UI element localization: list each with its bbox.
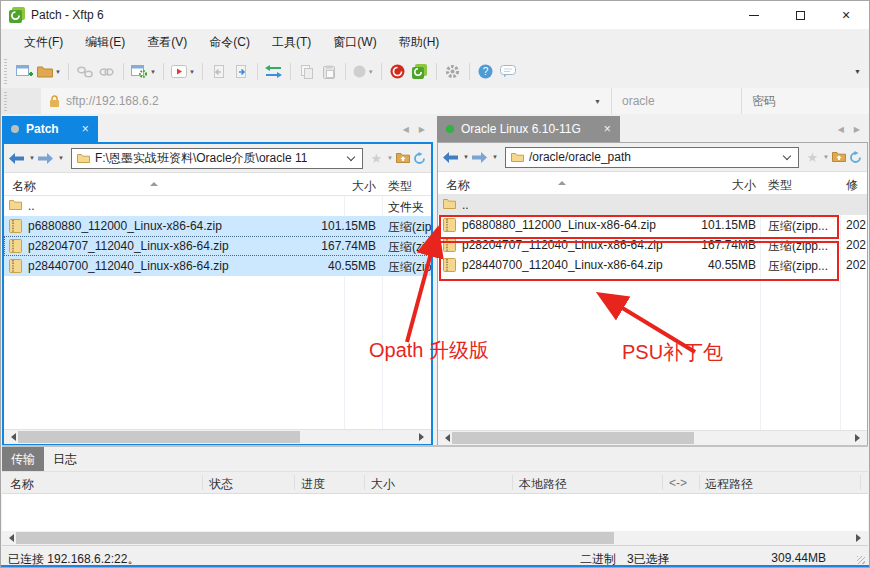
transfer-button[interactable] xyxy=(263,60,285,84)
file-name: p6880880_112000_Linux-x86-64.zip xyxy=(462,218,656,232)
column-header-name[interactable]: 名称 xyxy=(446,177,470,194)
transfer-horizontal-scrollbar[interactable] xyxy=(2,531,868,545)
tab-scroll-right-icon[interactable]: ▶ xyxy=(854,125,860,134)
local-pane-body: ▼ ▼ F:\恩墨实战班资料\Oracle介质\oracle 11 ★ ▼ xyxy=(2,142,433,446)
address-field[interactable]: sftp://192.168.6.2 ▼ xyxy=(41,88,612,114)
scroll-right-icon[interactable] xyxy=(419,433,428,441)
close-button[interactable]: × xyxy=(823,1,869,29)
help-button[interactable]: ? xyxy=(475,60,497,84)
home-folder-icon[interactable] xyxy=(396,152,410,164)
xftp-button[interactable] xyxy=(409,60,431,84)
favorites-icon[interactable]: ★ xyxy=(370,151,382,166)
menu-window[interactable]: 窗口(W) xyxy=(322,30,387,55)
toolbar-separator xyxy=(345,63,346,80)
refresh-icon[interactable] xyxy=(849,151,862,164)
username-input[interactable] xyxy=(620,93,741,109)
remote-path-box[interactable]: /oracle/oracle_path xyxy=(505,147,799,168)
column-header-size[interactable]: 大小 xyxy=(678,177,756,194)
column-header-size[interactable]: 大小 xyxy=(292,178,376,195)
tab-scroll-left-icon[interactable]: ◀ xyxy=(838,125,844,134)
back-history-caret[interactable]: ▼ xyxy=(29,155,35,161)
menu-command[interactable]: 命令(C) xyxy=(198,30,261,55)
back-history-caret[interactable]: ▼ xyxy=(463,154,469,160)
address-dropdown-caret[interactable]: ▼ xyxy=(594,98,601,105)
reconnect-button[interactable] xyxy=(96,60,118,84)
local-path-box[interactable]: F:\恩墨实战班资料\Oracle介质\oracle 11 xyxy=(71,148,363,169)
properties-button[interactable]: ▼ xyxy=(129,60,158,84)
column-header-direction[interactable]: <-> xyxy=(669,476,687,490)
table-row-zip3[interactable]: p28440700_112040_Linux-x86-64.zip 40.55M… xyxy=(4,256,431,276)
scroll-right-icon[interactable] xyxy=(855,434,864,442)
scrollbar-thumb[interactable] xyxy=(452,432,694,444)
favorites-icon[interactable]: ★ xyxy=(806,150,818,165)
tab-oracle-linux[interactable]: Oracle Linux 6.10-11G × xyxy=(437,116,620,142)
feedback-button[interactable] xyxy=(497,60,519,84)
disconnect-button[interactable] xyxy=(74,60,96,84)
tab-close-icon[interactable]: × xyxy=(604,122,611,136)
scroll-left-icon[interactable] xyxy=(441,434,450,442)
table-row-parent-dir[interactable]: .. 文件夹 xyxy=(4,196,431,216)
minimize-button[interactable] xyxy=(731,1,777,29)
path-dropdown-chevron[interactable] xyxy=(347,152,355,160)
column-header-progress[interactable]: 进度 xyxy=(301,476,325,493)
scroll-left-icon[interactable] xyxy=(7,433,16,441)
execute-button[interactable]: ▼ xyxy=(169,60,197,84)
settings-button[interactable] xyxy=(442,60,464,84)
path-dropdown-chevron[interactable] xyxy=(783,151,791,159)
column-header-type[interactable]: 类型 xyxy=(768,177,842,194)
back-icon[interactable] xyxy=(443,152,458,163)
table-row-zip1[interactable]: p6880880_112000_Linux-x86-64.zip 101.15M… xyxy=(4,216,431,236)
forward-icon[interactable] xyxy=(38,153,53,164)
table-row-zip3[interactable]: p28440700_112040_Linux-x86-64.zip 40.55M… xyxy=(438,255,867,275)
menu-view[interactable]: 查看(V) xyxy=(136,30,198,55)
scroll-right-icon[interactable] xyxy=(856,534,865,542)
password-input[interactable] xyxy=(750,93,869,109)
forward-icon[interactable] xyxy=(472,152,487,163)
copy-button[interactable] xyxy=(296,60,318,84)
menu-help[interactable]: 帮助(H) xyxy=(388,30,451,55)
scroll-left-icon[interactable] xyxy=(5,534,14,542)
home-folder-icon[interactable] xyxy=(832,151,846,163)
tab-transfer[interactable]: 传输 xyxy=(2,447,44,471)
remote-horizontal-scrollbar[interactable] xyxy=(438,430,867,445)
menu-tools[interactable]: 工具(T) xyxy=(261,30,322,55)
refresh-icon[interactable] xyxy=(413,152,426,165)
column-header-size[interactable]: 大小 xyxy=(371,476,395,493)
table-row-zip1[interactable]: p6880880_112000_Linux-x86-64.zip 101.15M… xyxy=(438,215,867,235)
tab-patch[interactable]: Patch × xyxy=(2,116,98,142)
table-row-zip2[interactable]: p28204707_112040_Linux-x86-64.zip 167.74… xyxy=(438,235,867,255)
forward-history-caret[interactable]: ▼ xyxy=(58,155,64,161)
column-header-status[interactable]: 状态 xyxy=(209,476,233,493)
favorites-caret[interactable]: ▼ xyxy=(823,154,829,160)
import-button[interactable] xyxy=(208,60,230,84)
column-header-type[interactable]: 类型 xyxy=(388,178,431,195)
local-horizontal-scrollbar[interactable] xyxy=(4,429,431,444)
resize-grip[interactable] xyxy=(857,556,865,564)
export-button[interactable] xyxy=(230,60,252,84)
open-button[interactable]: ▼ xyxy=(35,60,63,84)
table-row-zip2[interactable]: p28204707_112040_Linux-x86-64.zip 167.74… xyxy=(4,236,431,256)
back-icon[interactable] xyxy=(9,153,24,164)
column-header-name[interactable]: 名称 xyxy=(12,178,36,195)
favorites-caret[interactable]: ▼ xyxy=(387,155,393,161)
toolbar-separator xyxy=(436,63,437,80)
menu-edit[interactable]: 编辑(E) xyxy=(74,30,136,55)
tab-scroll-right-icon[interactable]: ▶ xyxy=(419,125,425,134)
column-header-name[interactable]: 名称 xyxy=(10,476,34,493)
user-button[interactable]: ▼ xyxy=(351,60,376,84)
xshell-button[interactable] xyxy=(387,60,409,84)
new-session-button[interactable] xyxy=(13,60,35,84)
column-header-local-path[interactable]: 本地路径 xyxy=(519,476,567,493)
tab-scroll-left-icon[interactable]: ◀ xyxy=(403,125,409,134)
menu-file[interactable]: 文件(F) xyxy=(13,30,74,55)
tab-close-icon[interactable]: × xyxy=(82,122,89,136)
forward-history-caret[interactable]: ▼ xyxy=(492,154,498,160)
scrollbar-thumb[interactable] xyxy=(18,431,300,443)
column-header-remote-path[interactable]: 远程路径 xyxy=(705,476,753,493)
maximize-button[interactable] xyxy=(777,1,823,29)
scrollbar-thumb[interactable] xyxy=(16,532,614,544)
paste-button[interactable] xyxy=(318,60,340,84)
toolbar-overflow-caret[interactable]: ▼ xyxy=(854,68,861,75)
tab-log[interactable]: 日志 xyxy=(44,447,86,471)
table-row-parent-dir[interactable]: .. xyxy=(438,195,867,215)
